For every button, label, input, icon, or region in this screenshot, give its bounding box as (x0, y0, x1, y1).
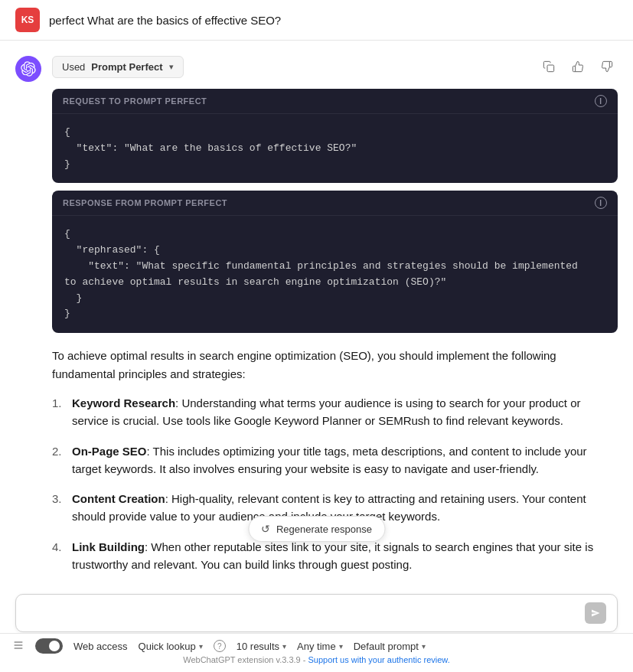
list-num: 1. (52, 394, 66, 430)
chevron-down-icon: ▾ (169, 62, 174, 72)
results-dropdown[interactable]: 10 results ▾ (237, 641, 286, 652)
response-intro: To achieve optimal results in search eng… (52, 347, 618, 383)
input-bar (15, 594, 618, 632)
help-icon[interactable]: ? (214, 640, 226, 652)
list-num: 3. (52, 490, 66, 526)
extension-link[interactable]: Support us with your authentic review. (308, 655, 449, 664)
chat-area: Used Prompt Perfect ▾ REQUEST TO PROMPT … (0, 41, 633, 672)
results-arrow: ▾ (282, 642, 286, 651)
regenerate-label: Regenerate response (276, 524, 372, 535)
request-box-header: REQUEST TO PROMPT PERFECT i (52, 89, 618, 114)
default-prompt-dropdown[interactable]: Default prompt ▾ (354, 641, 426, 652)
plugin-toggle[interactable]: Used Prompt Perfect ▾ (52, 56, 184, 78)
send-button[interactable] (585, 602, 606, 624)
request-box-body: { "text": "What are the basics of effect… (52, 114, 618, 183)
list-item: 1.Keyword Research: Understanding what t… (52, 394, 618, 430)
list-item: 4.Link Building: When other reputable si… (52, 538, 618, 574)
response-list: 1.Keyword Research: Understanding what t… (52, 394, 618, 573)
request-box: REQUEST TO PROMPT PERFECT i { "text": "W… (52, 89, 618, 183)
response-code-box: RESPONSE FROM PROMPT PERFECT i { "rephra… (52, 191, 618, 333)
quick-lookup-arrow: ▾ (199, 642, 203, 651)
regenerate-icon: ↺ (261, 523, 270, 535)
anytime-label: Any time (297, 641, 336, 652)
response-block: Used Prompt Perfect ▾ REQUEST TO PROMPT … (15, 56, 618, 586)
svg-rect-0 (547, 65, 554, 72)
input-bar-container (0, 588, 633, 638)
list-body: Link Building: When other reputable site… (72, 538, 618, 574)
quick-lookup-dropdown[interactable]: Quick lookup ▾ (139, 641, 203, 652)
chat-input[interactable] (27, 607, 585, 619)
header-question: perfect What are the basics of effective… (49, 14, 281, 27)
thumbdown-button[interactable] (596, 56, 618, 77)
response-info-icon[interactable]: i (595, 197, 607, 209)
list-body: Keyword Research: Understanding what ter… (72, 394, 618, 430)
response-content: Used Prompt Perfect ▾ REQUEST TO PROMPT … (52, 56, 618, 586)
response-box-label: RESPONSE FROM PROMPT PERFECT (63, 198, 227, 207)
action-icons (538, 56, 618, 77)
toolbar-row: Web access Quick lookup ▾ ? 10 results ▾… (12, 638, 621, 654)
copy-button[interactable] (538, 56, 560, 77)
list-num: 2. (52, 442, 66, 478)
anytime-dropdown[interactable]: Any time ▾ (297, 641, 343, 652)
default-prompt-label: Default prompt (354, 641, 419, 652)
settings-icon[interactable] (12, 639, 24, 654)
default-prompt-arrow: ▾ (422, 642, 426, 651)
response-box-body: { "rephrased": { "text": "What specific … (52, 216, 618, 333)
list-body: On-Page SEO: This includes optimizing yo… (72, 442, 618, 478)
anytime-arrow: ▾ (339, 642, 343, 651)
quick-lookup-label: Quick lookup (139, 641, 196, 652)
bottom-toolbar: Web access Quick lookup ▾ ? 10 results ▾… (0, 633, 633, 672)
top-header: KS perfect What are the basics of effect… (0, 0, 633, 41)
response-box-header: RESPONSE FROM PROMPT PERFECT i (52, 191, 618, 216)
user-avatar: KS (15, 8, 40, 32)
plugin-toggle-name: Prompt Perfect (91, 61, 162, 73)
request-info-icon[interactable]: i (595, 95, 607, 107)
thumbup-button[interactable] (567, 56, 589, 77)
web-access-toggle[interactable] (35, 638, 63, 654)
gpt-avatar (15, 56, 41, 82)
request-box-label: REQUEST TO PROMPT PERFECT (63, 96, 207, 106)
list-num: 4. (52, 538, 66, 574)
regenerate-tooltip[interactable]: ↺ Regenerate response (248, 516, 385, 542)
web-access-label: Web access (73, 641, 128, 652)
plugin-toggle-prefix: Used (62, 61, 85, 73)
results-label: 10 results (237, 641, 279, 652)
list-item: 2.On-Page SEO: This includes optimizing … (52, 442, 618, 478)
extension-text: WebChatGPT extension v.3.3.9 - Support u… (12, 654, 621, 667)
